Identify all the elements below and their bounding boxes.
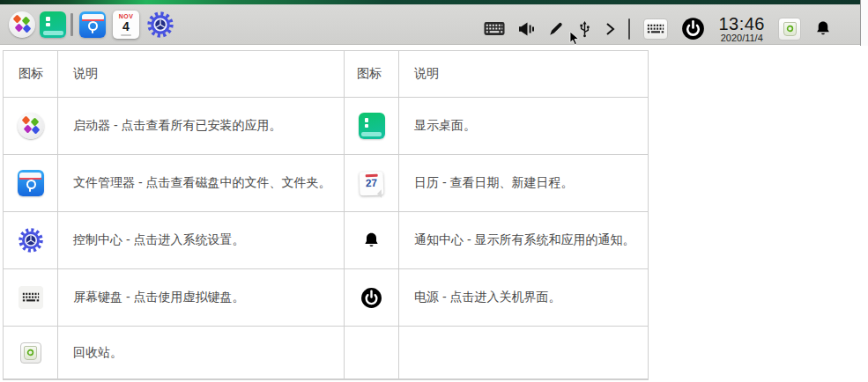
table-row: 启动器 - 点击查看所有已安装的应用。 显示桌面。 bbox=[4, 98, 648, 155]
recycle-glyph bbox=[786, 25, 794, 33]
notification-bell-icon[interactable] bbox=[814, 19, 832, 38]
notification-icon-cell bbox=[345, 212, 399, 268]
header-desc-left: 说明 bbox=[58, 51, 345, 97]
calendar-icon: 27 bbox=[360, 171, 384, 195]
tray-separator bbox=[628, 18, 630, 40]
launcher-button[interactable] bbox=[9, 11, 35, 38]
launcher-dot-orange bbox=[13, 15, 22, 24]
table-row: 屏幕键盘 - 点击使用虚拟键盘。 电源 - 点击进入关机界面。 bbox=[4, 269, 648, 327]
calendar-icon: NOV 4 bbox=[113, 11, 139, 39]
trash-description: 回收站。 bbox=[58, 327, 345, 378]
calendar-button[interactable]: NOV 4 bbox=[113, 11, 139, 39]
power-description: 电源 - 点击进入关机界面。 bbox=[399, 269, 648, 326]
taskbar: NOV 4 bbox=[0, 4, 860, 45]
file-manager-description: 文件管理器 - 点击查看磁盘中的文件、文件夹。 bbox=[58, 155, 345, 211]
trash-icon bbox=[783, 22, 797, 36]
taskbar-separator bbox=[70, 13, 73, 36]
show-desktop-icon bbox=[359, 113, 385, 139]
header-desc-right: 说明 bbox=[399, 51, 648, 97]
keyboard-tray-icon[interactable] bbox=[484, 21, 505, 36]
control-center-button[interactable] bbox=[146, 11, 174, 39]
trash-icon-cell bbox=[4, 327, 58, 378]
file-manager-icon bbox=[18, 170, 44, 196]
launcher-description: 启动器 - 点击查看所有已安装的应用。 bbox=[58, 98, 345, 154]
desktop-icon-dot bbox=[365, 118, 369, 122]
launcher-dot-orange bbox=[21, 116, 30, 125]
show-desktop-icon-cell bbox=[345, 98, 399, 154]
magnifier-stem bbox=[92, 29, 93, 33]
mouse-cursor bbox=[569, 32, 580, 46]
control-center-icon-cell bbox=[4, 212, 58, 268]
desktop-icon-dot bbox=[46, 17, 50, 21]
desktop-icon-dot bbox=[365, 124, 369, 129]
launcher-dot-green bbox=[30, 118, 39, 127]
launcher-dot-purple bbox=[23, 125, 32, 134]
pen-icon[interactable] bbox=[548, 21, 564, 37]
show-desktop-icon bbox=[40, 11, 66, 38]
show-desktop-button[interactable] bbox=[40, 11, 66, 38]
desktop-icon-bar bbox=[361, 132, 382, 136]
onscreen-keyboard-icon bbox=[19, 286, 43, 309]
control-center-icon bbox=[146, 11, 174, 39]
tray-expand-chevron-icon[interactable] bbox=[605, 21, 615, 37]
calendar-icon-cell: 27 bbox=[345, 155, 399, 211]
keyboard-description: 屏幕键盘 - 点击使用虚拟键盘。 bbox=[58, 269, 345, 326]
power-icon-cell bbox=[345, 269, 399, 326]
onscreen-keyboard-button[interactable] bbox=[643, 18, 668, 40]
recycle-glyph bbox=[26, 349, 34, 356]
desktop-icon-bar bbox=[43, 31, 63, 35]
clock-date: 2020/11/4 bbox=[721, 33, 763, 43]
launcher-icon bbox=[18, 113, 44, 139]
magnifier-stem bbox=[29, 187, 31, 192]
clock-time: 13:46 bbox=[718, 15, 765, 33]
table-row: 回收站。 bbox=[4, 327, 648, 379]
header-icon-left: 图标 bbox=[4, 51, 58, 97]
header-icon-right: 图标 bbox=[345, 51, 399, 97]
onscreen-keyboard-icon bbox=[647, 23, 664, 35]
keyboard-icon-cell bbox=[4, 269, 58, 326]
control-center-icon bbox=[18, 227, 44, 253]
clock[interactable]: 13:46 2020/11/4 bbox=[718, 15, 765, 43]
file-manager-button[interactable] bbox=[79, 11, 106, 38]
table-header-row: 图标 说明 图标 说明 bbox=[4, 51, 648, 98]
table-row: 控制中心 - 点击进入系统设置。 通知中心 - 显示所有系统和应用的通知。 bbox=[4, 212, 648, 269]
launcher-dot-blue bbox=[23, 25, 32, 33]
launcher-icon-cell bbox=[4, 98, 58, 154]
trash-bin bbox=[24, 346, 37, 360]
keyboard-glyph bbox=[22, 291, 40, 304]
icon-description-table: 图标 说明 图标 说明 启动器 - 点击查看所有已安装的应用。 显示桌面。 bbox=[3, 50, 649, 380]
launcher-icon bbox=[9, 11, 35, 38]
trash-tray-button[interactable] bbox=[778, 18, 801, 40]
file-manager-icon-cell bbox=[4, 155, 58, 211]
desktop-icon-dot bbox=[46, 23, 50, 27]
power-tray-icon[interactable] bbox=[681, 17, 705, 40]
volume-icon[interactable] bbox=[518, 21, 535, 37]
calendar-footer bbox=[121, 34, 131, 36]
screen-edge-scrollbar bbox=[860, 0, 868, 46]
calendar-day: 27 bbox=[366, 176, 378, 188]
trash-icon bbox=[20, 342, 41, 364]
launcher-dot-blue bbox=[31, 126, 40, 135]
system-tray: 13:46 2020/11/4 bbox=[484, 9, 832, 48]
show-desktop-description: 显示桌面。 bbox=[399, 98, 648, 154]
control-center-description: 控制中心 - 点击进入系统设置。 bbox=[58, 212, 345, 268]
calendar-description: 日历 - 查看日期、新建日程。 bbox=[399, 155, 648, 211]
empty-description bbox=[399, 327, 648, 378]
table-row: 文件管理器 - 点击查看磁盘中的文件、文件夹。 27 日历 - 查看日期、新建日… bbox=[4, 155, 648, 212]
calendar-day: 4 bbox=[122, 20, 130, 33]
file-manager-icon bbox=[79, 11, 106, 38]
power-icon bbox=[360, 287, 382, 309]
empty-icon-cell bbox=[345, 327, 399, 378]
notification-bell-icon bbox=[362, 231, 381, 250]
notification-description: 通知中心 - 显示所有系统和应用的通知。 bbox=[399, 212, 648, 268]
